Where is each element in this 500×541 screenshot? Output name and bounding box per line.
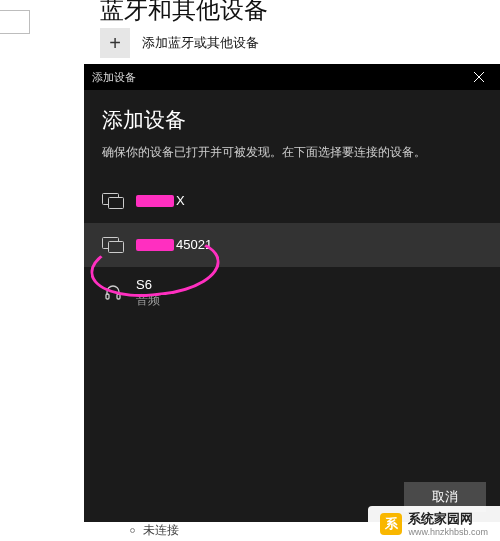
device-status-text: 未连接 [143, 522, 179, 539]
device-name: S6 [136, 277, 160, 293]
watermark-name: 系统家园网 [408, 512, 488, 527]
device-item[interactable]: 45021 [84, 223, 500, 267]
add-device-row[interactable]: + 添加蓝牙或其他设备 [100, 28, 259, 58]
add-device-dialog: 添加设备 添加设备 确保你的设备已打开并可被发现。在下面选择要连接的设备。 [84, 64, 500, 522]
watermark-url: www.hnzkhbsb.com [408, 527, 488, 537]
dialog-window-title: 添加设备 [92, 70, 136, 85]
device-item[interactable]: S6 音频 [84, 267, 500, 318]
display-device-icon [102, 236, 124, 254]
device-name: 45021 [136, 237, 212, 253]
device-name: X [136, 193, 185, 209]
close-icon [474, 72, 484, 82]
close-button[interactable] [466, 64, 492, 90]
device-item[interactable]: X [84, 179, 500, 223]
svg-rect-3 [109, 197, 124, 208]
device-subtype: 音频 [136, 293, 160, 308]
device-list: X 45021 [84, 179, 500, 318]
status-dot-icon [130, 528, 135, 533]
redacted-mark [136, 195, 174, 207]
redacted-mark [136, 239, 174, 251]
add-device-label: 添加蓝牙或其他设备 [142, 34, 259, 52]
device-status-row: 未连接 [130, 522, 179, 539]
dialog-titlebar: 添加设备 [84, 64, 500, 90]
page-section-heading: 蓝牙和其他设备 [100, 0, 268, 26]
watermark: 系 系统家园网 www.hnzkhbsb.com [368, 506, 500, 541]
watermark-logo-icon: 系 [380, 513, 402, 535]
svg-rect-5 [109, 241, 124, 252]
display-device-icon [102, 192, 124, 210]
dialog-heading: 添加设备 [102, 106, 482, 134]
truncated-input-box [0, 10, 30, 34]
plus-icon: + [100, 28, 130, 58]
headphones-icon [102, 283, 124, 301]
dialog-subtitle: 确保你的设备已打开并可被发现。在下面选择要连接的设备。 [102, 144, 482, 161]
